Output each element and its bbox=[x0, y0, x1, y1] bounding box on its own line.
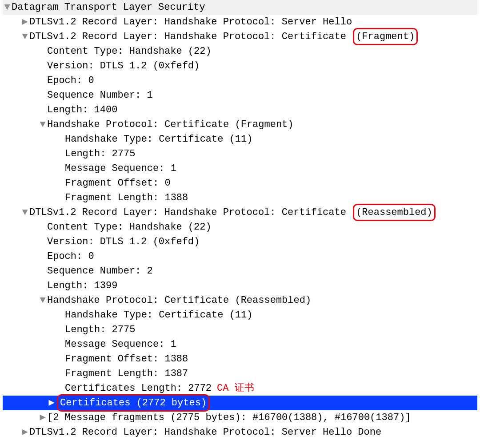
rec-certificate-fragment[interactable]: ▼DTLSv1.2 Record Layer: Handshake Protoc… bbox=[3, 29, 477, 44]
row-label: Epoch: 0 bbox=[47, 249, 94, 264]
frag-fragment-offset: Fragment Offset: 0 bbox=[3, 176, 477, 190]
row-label: Fragment Offset: 1388 bbox=[65, 352, 188, 366]
reasm-fragment-offset: Fragment Offset: 1388 bbox=[3, 352, 477, 366]
frag-epoch: Epoch: 0 bbox=[3, 73, 477, 88]
reasm-message-sequence: Message Sequence: 1 bbox=[3, 337, 477, 352]
reasm-content-type: Content Type: Handshake (22) bbox=[3, 220, 477, 234]
row-label: Sequence Number: 1 bbox=[47, 88, 153, 103]
row-label: [2 Message fragments (2775 bytes): #1670… bbox=[47, 410, 411, 425]
row-label: DTLSv1.2 Record Layer: Handshake Protoco… bbox=[29, 425, 381, 440]
chevron-right-icon[interactable]: ▶ bbox=[20, 15, 29, 29]
certificates-node[interactable]: ▶Certificates (2772 bytes) bbox=[3, 396, 477, 410]
frag-handshake-type: Handshake Type: Certificate (11) bbox=[3, 132, 477, 147]
reasm-handshake-protocol[interactable]: ▼Handshake Protocol: Certificate (Reasse… bbox=[3, 293, 477, 308]
row-label: Content Type: Handshake (22) bbox=[47, 44, 212, 59]
frag-fragment-length: Fragment Length: 1388 bbox=[3, 190, 477, 205]
chevron-down-icon[interactable]: ▼ bbox=[20, 29, 29, 44]
row-label: Fragment Length: 1387 bbox=[65, 366, 188, 381]
chevron-right-icon[interactable]: ▶ bbox=[47, 396, 56, 410]
row-label: Message Sequence: 1 bbox=[65, 161, 176, 176]
reasm-version: Version: DTLS 1.2 (0xfefd) bbox=[3, 234, 477, 249]
rec-certificate-reassembled[interactable]: ▼DTLSv1.2 Record Layer: Handshake Protoc… bbox=[3, 205, 477, 220]
dtls-root[interactable]: ▼Datagram Transport Layer Security bbox=[3, 0, 477, 15]
row-label: Datagram Transport Layer Security bbox=[12, 0, 205, 15]
packet-details-tree[interactable]: ▼Datagram Transport Layer Security▶DTLSv… bbox=[0, 0, 480, 448]
row-label: Length: 1400 bbox=[47, 103, 117, 117]
row-label: Version: DTLS 1.2 (0xfefd) bbox=[47, 234, 200, 249]
row-label: Length: 2775 bbox=[65, 147, 135, 161]
row-label: Fragment Length: 1388 bbox=[65, 190, 188, 205]
reasm-handshake-type: Handshake Type: Certificate (11) bbox=[3, 308, 477, 322]
highlight-box: (Reassembled) bbox=[353, 204, 436, 221]
reasm-fragment-length: Fragment Length: 1387 bbox=[3, 366, 477, 381]
annotation-label: CA 证书 bbox=[217, 381, 254, 396]
reasm-length: Length: 1399 bbox=[3, 278, 477, 293]
reasm-handshake-length: Length: 2775 bbox=[3, 322, 477, 337]
row-label: DTLSv1.2 Record Layer: Handshake Protoco… bbox=[29, 15, 352, 29]
row-label: Handshake Type: Certificate (11) bbox=[65, 308, 252, 322]
chevron-right-icon[interactable]: ▶ bbox=[38, 410, 47, 425]
frag-content-type: Content Type: Handshake (22) bbox=[3, 44, 477, 59]
row-label: DTLSv1.2 Record Layer: Handshake Protoco… bbox=[29, 29, 352, 44]
frag-length: Length: 1400 bbox=[3, 103, 477, 117]
chevron-down-icon[interactable]: ▼ bbox=[20, 205, 29, 220]
frag-version: Version: DTLS 1.2 (0xfefd) bbox=[3, 59, 477, 73]
row-label: Handshake Protocol: Certificate (Fragmen… bbox=[47, 117, 294, 132]
frag-handshake-protocol[interactable]: ▼Handshake Protocol: Certificate (Fragme… bbox=[3, 117, 477, 132]
row-label: Sequence Number: 2 bbox=[47, 264, 153, 278]
rec-server-hello-done[interactable]: ▶DTLSv1.2 Record Layer: Handshake Protoc… bbox=[3, 425, 477, 440]
row-label: Version: DTLS 1.2 (0xfefd) bbox=[47, 59, 200, 73]
highlight-box: Certificates (2772 bytes) bbox=[57, 394, 210, 412]
reasm-certificates-length: Certificates Length: 2772CA 证书 bbox=[3, 381, 477, 396]
frag-handshake-length: Length: 2775 bbox=[3, 147, 477, 161]
row-label: Fragment Offset: 0 bbox=[65, 176, 171, 190]
message-fragments[interactable]: ▶[2 Message fragments (2775 bytes): #167… bbox=[3, 410, 477, 425]
chevron-down-icon[interactable]: ▼ bbox=[3, 0, 12, 15]
row-label: Handshake Type: Certificate (11) bbox=[65, 132, 252, 147]
rec-server-hello[interactable]: ▶DTLSv1.2 Record Layer: Handshake Protoc… bbox=[3, 15, 477, 29]
reasm-epoch: Epoch: 0 bbox=[3, 249, 477, 264]
row-label: Epoch: 0 bbox=[47, 73, 94, 88]
reasm-sequence-number: Sequence Number: 2 bbox=[3, 264, 477, 278]
highlight-box: (Fragment) bbox=[353, 28, 418, 45]
row-label: Length: 1399 bbox=[47, 278, 117, 293]
chevron-down-icon[interactable]: ▼ bbox=[38, 117, 47, 132]
chevron-right-icon[interactable]: ▶ bbox=[20, 425, 29, 440]
frag-sequence-number: Sequence Number: 1 bbox=[3, 88, 477, 103]
row-label: Length: 2775 bbox=[65, 322, 135, 337]
row-label: Content Type: Handshake (22) bbox=[47, 220, 212, 234]
row-label: Handshake Protocol: Certificate (Reassem… bbox=[47, 293, 311, 308]
frag-message-sequence: Message Sequence: 1 bbox=[3, 161, 477, 176]
row-label: Message Sequence: 1 bbox=[65, 337, 176, 352]
row-label: Certificates Length: 2772 bbox=[65, 381, 212, 396]
chevron-down-icon[interactable]: ▼ bbox=[38, 293, 47, 308]
row-label: DTLSv1.2 Record Layer: Handshake Protoco… bbox=[29, 205, 352, 220]
